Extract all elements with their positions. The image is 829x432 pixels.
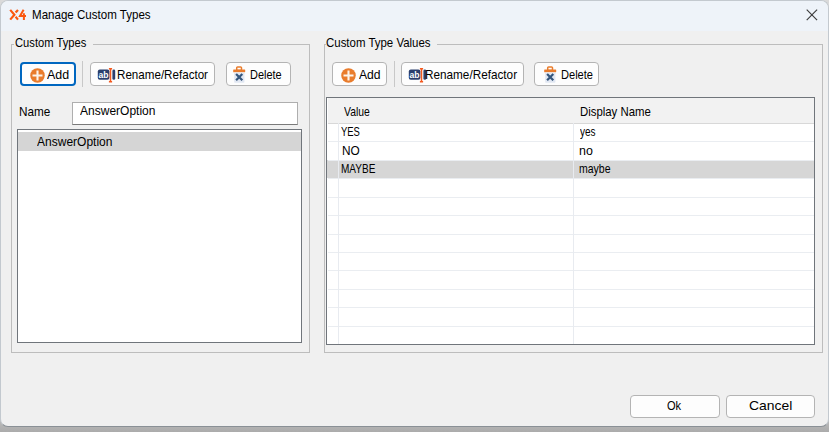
svg-text:ab: ab [99, 70, 109, 80]
svg-text:ab: ab [409, 70, 419, 80]
